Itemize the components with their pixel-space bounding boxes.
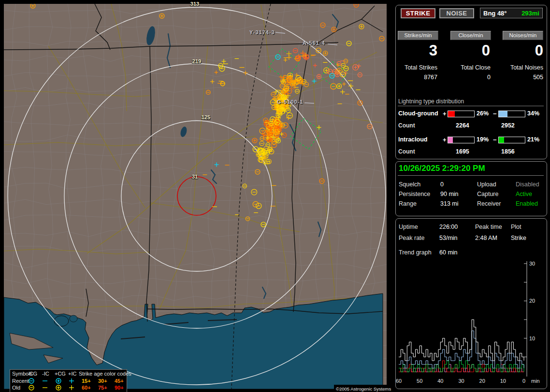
- legend-old-minus-icon: [41, 384, 49, 391]
- ic-pos-count: 1695: [456, 148, 469, 155]
- receiver-status: Enabled: [516, 200, 538, 207]
- squelch-label: Squelch: [399, 181, 420, 188]
- status-panel: 10/26/2025 2:29:20 PM Squelch 0 Upload D…: [395, 161, 547, 216]
- svg-text:60: 60: [396, 378, 402, 384]
- legend-row-old-label: Old: [12, 385, 20, 391]
- age-code-60: 60+: [82, 385, 91, 391]
- total-close-value: 0: [449, 74, 491, 81]
- ic-neg-bar: [498, 137, 525, 143]
- noises-per-min-value: 0: [502, 42, 543, 60]
- legend-old-plus-icon: [67, 384, 76, 391]
- total-strikes-value: 8767: [396, 74, 437, 81]
- capture-status: Active: [516, 191, 532, 197]
- legend-col-neg-cg: -CG: [28, 371, 37, 377]
- plus-sign: +: [443, 110, 447, 117]
- total-noises-value: 505: [501, 74, 543, 81]
- squelch-value: 0: [440, 181, 444, 188]
- bearing-distance: 293mi: [521, 10, 539, 17]
- chip-noises-per-min: Noises/min: [503, 31, 543, 40]
- cg-neg-bar: [498, 111, 525, 117]
- svg-text:min: min: [531, 378, 540, 384]
- persistence-value: 90 min: [440, 191, 459, 197]
- legend-age-title: Strike age color codes: [79, 371, 131, 377]
- svg-text:10: 10: [529, 336, 535, 341]
- intracloud-label: Intracloud: [398, 136, 427, 143]
- age-code-15: 15+: [82, 378, 91, 384]
- map-legend: Symbols Recent Old -CG -IC +CG +IC Strik…: [10, 369, 127, 392]
- close-per-min-value: 0: [450, 42, 490, 60]
- total-noises-label: Total Noises: [501, 64, 543, 71]
- strike-stats-panel: STRIKE NOISE Bng 48° 293mi Strikes/min C…: [395, 5, 547, 159]
- age-code-75: 75+: [98, 385, 107, 391]
- upload-label: Upload: [477, 181, 496, 188]
- lightning-map[interactable]: [4, 4, 387, 389]
- app-window: 31321912531Y-3174-3A-561-4G-5100-1 ©2005…: [0, 0, 550, 392]
- strikes-per-min-value: 3: [398, 42, 437, 60]
- svg-text:30: 30: [458, 378, 464, 384]
- cg-pos-bar: [448, 111, 475, 117]
- ic-neg-count: 1856: [501, 148, 515, 155]
- cg-neg-pct: 34%: [527, 110, 539, 117]
- cg-pos-count: 2264: [456, 122, 469, 129]
- cg-count-label: Count: [398, 122, 415, 129]
- legend-col-pos-cg: +CG: [55, 371, 66, 377]
- age-code-90: 90+: [115, 385, 124, 391]
- plus-sign: +: [443, 136, 447, 143]
- minus-sign: −: [493, 110, 497, 117]
- svg-text:10: 10: [500, 378, 506, 384]
- legend-col-pos-ic: +IC: [68, 371, 76, 377]
- legend-recent-minus-icon: [41, 378, 49, 384]
- age-code-45: 45+: [115, 378, 124, 384]
- svg-text:20: 20: [529, 298, 535, 304]
- ic-count-label: Count: [398, 148, 415, 155]
- persistence-label: Persistence: [399, 191, 430, 197]
- svg-text:40: 40: [437, 378, 443, 384]
- ic-neg-pct: 21%: [527, 136, 539, 143]
- total-close-label: Total Close: [449, 64, 491, 71]
- capture-label: Capture: [477, 191, 498, 197]
- legend-recent-circminus-icon: [27, 378, 36, 384]
- receiver-label: Receiver: [477, 200, 501, 207]
- range-value: 313 mi: [440, 200, 459, 207]
- minus-sign: −: [493, 136, 497, 143]
- svg-text:0: 0: [522, 378, 525, 384]
- legend-old-circplus-icon: [54, 384, 63, 391]
- trend-panel: Uptime 226:00 Peak time Plot Peak rate 5…: [395, 218, 547, 389]
- cloud-ground-label: Cloud-ground: [398, 110, 438, 117]
- upload-status: Disabled: [516, 181, 539, 188]
- datetime-display: 10/26/2025 2:29:20 PM: [399, 164, 485, 173]
- legend-old-circminus-icon: [27, 384, 36, 391]
- legend-col-neg-ic: -IC: [42, 371, 49, 377]
- cg-pos-pct: 26%: [477, 110, 489, 117]
- ic-pos-pct: 19%: [477, 136, 489, 143]
- legend-recent-plus-icon: [67, 378, 76, 384]
- bearing-label: Bng 48°: [483, 10, 507, 17]
- trend-graph: 1020306050403020100min: [396, 219, 547, 389]
- svg-text:50: 50: [417, 378, 422, 384]
- map-canvas[interactable]: 31321912531Y-3174-3A-561-4G-5100-1 ©2005…: [4, 4, 387, 389]
- chip-strikes-per-min: Strikes/min: [398, 31, 438, 40]
- distribution-title: Lightning type distribution: [398, 98, 464, 105]
- legend-row-recent-label: Recent: [12, 378, 29, 384]
- bearing-display: Bng 48° 293mi: [480, 8, 543, 18]
- age-code-30: 30+: [98, 378, 107, 384]
- copyright-text: ©2005 Astrogenic Systems: [334, 385, 393, 392]
- divider: [398, 106, 544, 106]
- cg-neg-count: 2952: [501, 122, 515, 129]
- strike-button[interactable]: STRIKE: [401, 8, 435, 18]
- range-label: Range: [399, 200, 417, 207]
- svg-text:30: 30: [529, 261, 535, 266]
- total-strikes-label: Total Strikes: [396, 64, 437, 71]
- svg-text:20: 20: [479, 378, 485, 384]
- chip-close-per-min: Close/min: [450, 31, 491, 40]
- legend-recent-circplus-icon: [54, 378, 63, 384]
- noise-button[interactable]: NOISE: [439, 8, 474, 18]
- ic-pos-bar: [448, 137, 475, 143]
- divider: [398, 175, 544, 176]
